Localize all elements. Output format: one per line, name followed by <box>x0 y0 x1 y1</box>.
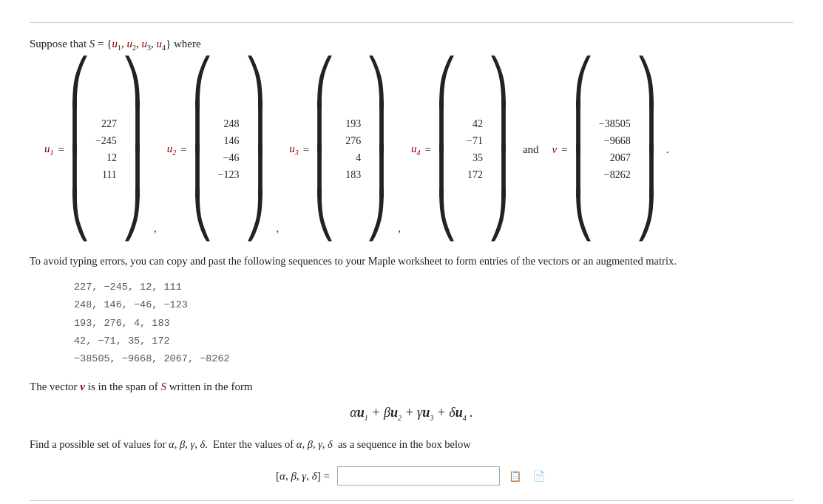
u3-label: u3 <box>289 143 299 157</box>
vector-u1-expr: u1 = ⎛⎜⎜⎝ 227 −245 12 111 ⎞⎟⎟⎠ <box>44 61 143 238</box>
find-line: Find a possible set of values for α, β, … <box>30 436 793 453</box>
right-bracket: ⎞⎟⎟⎠ <box>244 61 266 238</box>
span-line: The vector v is in the span of S written… <box>30 381 793 393</box>
input-row: [α, β, γ, δ] = 📋 📄 <box>30 466 793 486</box>
seq-5: −38505, −9668, 2067, −8262 <box>74 350 793 368</box>
right-bracket: ⎞⎟⎟⎠ <box>121 61 143 238</box>
vector-u4-expr: u4 = ⎛⎜⎜⎝ 42 −71 35 172 ⎞⎟⎟⎠ <box>411 61 509 238</box>
u2-label: u2 <box>167 143 177 157</box>
left-bracket: ⎛⎜⎜⎝ <box>192 61 214 238</box>
vector-u3-expr: u3 = ⎛⎜⎜⎝ 193 276 4 183 ⎞⎟⎟⎠ <box>289 61 387 238</box>
copy-icon: 📋 <box>509 470 521 482</box>
u2-values: 248 146 −46 −123 <box>214 115 244 184</box>
answer-input[interactable] <box>337 466 500 486</box>
sequence-list: 227, −245, 12, 111 248, 146, −46, −123 1… <box>74 279 793 368</box>
left-bracket: ⎛⎜⎜⎝ <box>69 61 91 238</box>
right-bracket: ⎞⎟⎟⎠ <box>365 61 387 238</box>
vector-v-expr: v = ⎛⎜⎜⎝ −38505 −9668 2067 −8262 ⎞⎟⎟⎠ <box>552 61 657 238</box>
formula-display: αu1 + βu2 + γu3 + δu4 . <box>30 405 793 422</box>
vectors-row: u1 = ⎛⎜⎜⎝ 227 −245 12 111 ⎞⎟⎟⎠ , u2 = ⎛⎜… <box>44 61 793 238</box>
input-label: [α, β, γ, δ] = <box>276 470 330 483</box>
u3-values: 193 276 4 183 <box>336 115 365 184</box>
seq-3: 193, 276, 4, 183 <box>74 315 793 333</box>
u1-matrix: ⎛⎜⎜⎝ 227 −245 12 111 ⎞⎟⎟⎠ <box>69 61 143 238</box>
v-values: −38505 −9668 2067 −8262 <box>595 115 635 184</box>
left-bracket: ⎛⎜⎜⎝ <box>436 61 458 238</box>
and-text: and <box>523 143 539 156</box>
u3-matrix: ⎛⎜⎜⎝ 193 276 4 183 ⎞⎟⎟⎠ <box>314 61 387 238</box>
u4-label: u4 <box>411 143 421 157</box>
paste-icon-button[interactable]: 📄 <box>531 468 547 484</box>
u4-matrix: ⎛⎜⎜⎝ 42 −71 35 172 ⎞⎟⎟⎠ <box>436 61 509 238</box>
u1-label: u1 <box>44 143 54 157</box>
v-matrix: ⎛⎜⎜⎝ −38505 −9668 2067 −8262 ⎞⎟⎟⎠ <box>572 61 657 238</box>
copy-icon-button[interactable]: 📋 <box>507 468 524 484</box>
paste-icon: 📄 <box>532 470 545 482</box>
right-bracket: ⎞⎟⎟⎠ <box>487 61 509 238</box>
v-label: v <box>552 143 558 156</box>
description-para: To avoid typing errors, you can copy and… <box>30 253 793 270</box>
seq-4: 42, −71, 35, 172 <box>74 333 793 350</box>
left-bracket: ⎛⎜⎜⎝ <box>314 61 336 238</box>
suppose-line: Suppose that S = {u1, u2, u3, u4} where <box>30 38 793 52</box>
problem-container: Suppose that S = {u1, u2, u3, u4} where … <box>30 22 793 501</box>
seq-1: 227, −245, 12, 111 <box>74 279 793 296</box>
left-bracket: ⎛⎜⎜⎝ <box>572 61 595 238</box>
seq-2: 248, 146, −46, −123 <box>74 296 793 314</box>
u2-matrix: ⎛⎜⎜⎝ 248 146 −46 −123 ⎞⎟⎟⎠ <box>192 61 266 238</box>
right-bracket: ⎞⎟⎟⎠ <box>635 61 657 238</box>
vector-u2-expr: u2 = ⎛⎜⎜⎝ 248 146 −46 −123 ⎞⎟⎟⎠ <box>167 61 266 238</box>
u4-values: 42 −71 35 172 <box>458 115 487 184</box>
u1-values: 227 −245 12 111 <box>91 115 121 184</box>
